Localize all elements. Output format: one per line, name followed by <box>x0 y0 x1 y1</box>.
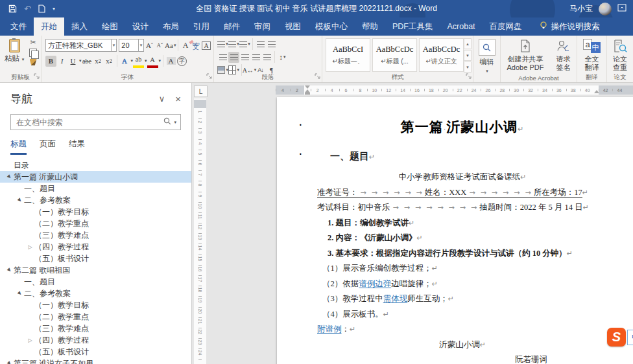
decrease-indent-icon[interactable] <box>255 39 266 50</box>
subscript-button[interactable]: x2 <box>93 56 104 67</box>
first-line-indent-marker[interactable] <box>305 85 310 89</box>
ribbon-tab[interactable]: Acrobat <box>440 17 483 36</box>
nav-tab-页面[interactable]: 页面 <box>40 139 56 155</box>
line-spacing-icon[interactable]: ↕▾ <box>277 52 288 63</box>
style-gallery-more-icon[interactable]: ▼ <box>464 62 472 73</box>
doc-line[interactable]: 准考证号：→→→→→→姓名：XXX→→→→→→所在考场：17↵ <box>317 185 608 201</box>
font-name-dropdown-icon[interactable]: ▾ <box>112 39 117 52</box>
doc-line[interactable]: 3. 基本要求：根据指定内容进行片段教学设计与试讲（约 10 分钟）↵ <box>317 246 608 262</box>
heading-tree-item[interactable]: （五）板书设计 <box>0 346 191 358</box>
heading-tree-item[interactable]: 一、题目 <box>0 183 191 194</box>
user-name[interactable]: 马小宝 <box>569 3 593 14</box>
shrink-font-icon[interactable]: Aˇ <box>154 40 165 51</box>
heading-tree-item[interactable]: ▶二、参考教案 <box>0 288 191 299</box>
hyperlink-text[interactable]: 谱例边弹 <box>359 279 391 288</box>
doc-line[interactable]: 1. 题目：编创教学试讲↵ <box>317 216 608 231</box>
font-color-icon[interactable]: A <box>147 54 158 68</box>
heading-tree-item[interactable]: （一）教学目标 <box>0 299 191 311</box>
vertical-ruler[interactable]: 123456789101112131415161718192021222324 <box>194 98 206 364</box>
doc-line[interactable]: 附谱例：↵ <box>317 322 608 337</box>
heading-tree-item[interactable]: （三）教学难点 <box>0 323 191 334</box>
collapse-arrow-icon[interactable]: ▶ <box>5 172 14 182</box>
avatar[interactable] <box>599 3 612 16</box>
style-scroll-up-icon[interactable]: ▲ <box>464 38 472 49</box>
heading-tree-item[interactable]: ▶二、参考教案 <box>0 194 191 206</box>
format-painter-icon[interactable] <box>30 59 37 65</box>
ribbon-tab[interactable]: 帮助 <box>355 17 385 36</box>
customize-quick-access-icon[interactable]: ▾ <box>53 6 55 12</box>
doc-line[interactable]: （4）展示板书。↵ <box>317 307 608 323</box>
style-card[interactable]: AaBbCcDc↵讲义正文 <box>419 38 464 72</box>
copy-icon[interactable] <box>29 49 37 57</box>
heading-tree-item[interactable]: 一、题目 <box>0 276 191 288</box>
heading-tree-item[interactable]: ▷（四）教学过程 <box>0 334 191 346</box>
ribbon-tab[interactable]: 引用 <box>186 17 217 36</box>
search-icon[interactable] <box>163 117 171 127</box>
collapse-arrow-icon[interactable]: ▶ <box>5 266 14 275</box>
ribbon-tab[interactable]: 插入 <box>64 17 95 36</box>
undo-icon[interactable]: ↶ <box>24 5 31 13</box>
document-page[interactable]: ·第一篇·沂蒙山小调↵·一、题目↵中小学教师资格证考试面试备课纸↵准考证号：→→… <box>277 97 633 364</box>
ribbon-tab[interactable]: 模板中心 <box>308 17 355 36</box>
hyperlink-text[interactable]: 附谱例 <box>317 324 342 334</box>
font-size-dropdown-icon[interactable]: ▾ <box>139 39 145 52</box>
ribbon-tab[interactable]: PDF工具集 <box>385 17 440 36</box>
doc-line[interactable]: 中小学教师资格证考试面试备课纸↵ <box>317 170 608 185</box>
style-card[interactable]: AaBbCcI↵标题一、 <box>326 38 370 72</box>
doc-line[interactable]: ·一、题目↵ <box>317 149 608 163</box>
grow-font-icon[interactable]: Aˆ <box>144 40 154 51</box>
align-right-icon[interactable] <box>239 52 250 63</box>
character-shading-icon[interactable]: A <box>167 57 176 65</box>
heading-tree-item[interactable]: ▶第三篇 谁说女子不如男 <box>0 358 191 364</box>
align-center-icon[interactable] <box>228 52 239 63</box>
ribbon-tab[interactable]: 布局 <box>156 17 186 36</box>
ribbon-tab[interactable]: 文件 <box>3 17 34 36</box>
heading-tree-item[interactable]: （二）教学重点 <box>0 311 191 323</box>
ribbon-display-options-icon[interactable] <box>617 4 627 14</box>
enclose-characters-icon[interactable]: 字 <box>177 56 187 66</box>
hyperlink-text[interactable]: 需体现 <box>383 294 408 303</box>
multilevel-list-icon[interactable]: ▾ <box>239 39 250 50</box>
font-dialog-launcher-icon[interactable] <box>206 72 212 81</box>
doc-line[interactable]: 2. 内容：《沂蒙山小调》↵ <box>317 231 608 246</box>
ribbon-tab[interactable]: 设计 <box>125 17 156 36</box>
change-case-icon[interactable]: Aa▾ <box>165 40 176 51</box>
horizontal-ruler[interactable]: 4224681012141618202224262830323436384042… <box>276 85 633 95</box>
heading-tree-item[interactable]: 目录 <box>0 159 191 171</box>
tell-me-search[interactable]: 操作说明搜索 <box>540 17 600 36</box>
styles-dialog-launcher-icon[interactable] <box>466 72 472 81</box>
numbered-list-icon[interactable]: ▾ <box>228 39 239 50</box>
heading-tree-item[interactable]: （一）教学目标 <box>0 206 191 218</box>
collapse-arrow-icon[interactable]: ▶ <box>15 289 25 299</box>
document-search-box[interactable]: ▾ <box>10 114 181 130</box>
superscript-button[interactable]: x2 <box>104 56 115 67</box>
ribbon-tab[interactable]: 视图 <box>278 17 308 36</box>
font-name-combobox[interactable]: 方正特雅宋_GBK <box>45 39 112 52</box>
paste-button[interactable]: 粘贴 ▾ <box>3 39 25 63</box>
doc-line[interactable]: （1）展示音乐编创教学过程；↵ <box>317 261 608 277</box>
ribbon-tab[interactable]: 审阅 <box>247 17 278 36</box>
increase-indent-icon[interactable] <box>266 39 277 50</box>
underline-button[interactable]: U <box>67 56 78 67</box>
save-icon[interactable] <box>8 5 17 13</box>
ribbon-tab[interactable]: 邮件 <box>217 17 247 36</box>
text-effects-icon[interactable]: A <box>119 56 130 67</box>
expand-arrow-icon[interactable]: ▷ <box>26 337 34 343</box>
collapse-arrow-icon[interactable]: ▶ <box>5 359 14 364</box>
heading-tree-item[interactable]: （五）板书设计 <box>0 253 191 264</box>
bold-button[interactable]: B <box>45 56 56 67</box>
paragraph-dialog-launcher-icon[interactable] <box>315 72 320 81</box>
heading-tree-item[interactable]: （三）教学难点 <box>0 229 191 241</box>
new-document-icon[interactable] <box>38 5 45 13</box>
bullet-list-icon[interactable]: ▾ <box>217 39 228 50</box>
clipboard-dialog-launcher-icon[interactable] <box>34 72 40 81</box>
collapse-arrow-icon[interactable]: ▶ <box>15 196 25 205</box>
ribbon-tab[interactable]: 绘图 <box>95 17 125 36</box>
search-options-dropdown-icon[interactable]: ▾ <box>174 120 176 125</box>
clear-formatting-icon[interactable]: A <box>180 40 191 51</box>
nav-pane-close-icon[interactable]: × <box>175 93 181 104</box>
style-card[interactable]: AaBbCcDc↵标题 (... <box>372 38 417 72</box>
indent-markers[interactable] <box>304 85 311 95</box>
character-border-icon[interactable]: A <box>202 41 210 50</box>
search-input[interactable] <box>15 117 163 128</box>
